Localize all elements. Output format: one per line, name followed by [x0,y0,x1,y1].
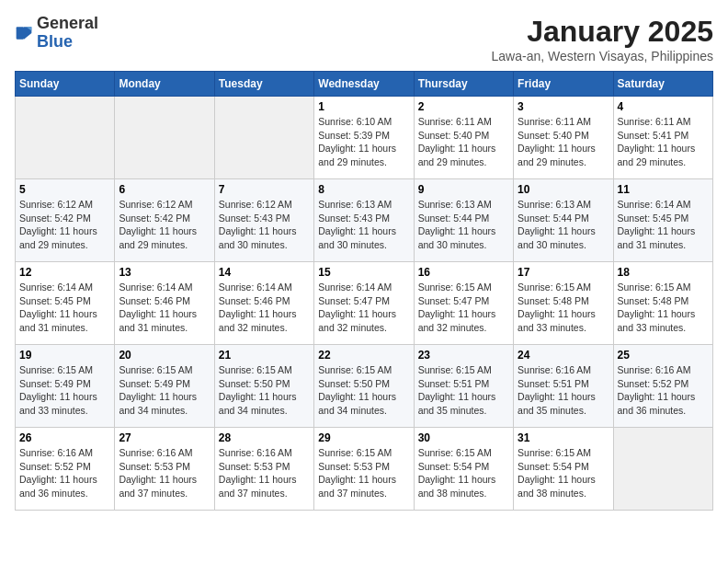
title-block: January 2025 Lawa-an, Western Visayas, P… [492,15,714,63]
calendar-day-cell: 31Sunrise: 6:15 AMSunset: 5:54 PMDayligh… [514,428,613,511]
day-info: Sunrise: 6:16 AMSunset: 5:52 PMDaylight:… [618,363,709,418]
day-number: 29 [318,431,409,444]
calendar-week-row: 1Sunrise: 6:10 AMSunset: 5:39 PMDaylight… [16,97,713,179]
day-info: Sunrise: 6:15 AMSunset: 5:50 PMDaylight:… [318,363,409,418]
weekday-header-thursday: Thursday [414,72,513,97]
calendar-day-cell: 13Sunrise: 6:14 AMSunset: 5:46 PMDayligh… [115,262,214,345]
calendar-subtitle: Lawa-an, Western Visayas, Philippines [492,49,714,63]
general-blue-icon [15,24,33,42]
calendar-day-cell: 7Sunrise: 6:12 AMSunset: 5:43 PMDaylight… [214,179,313,262]
day-number: 17 [518,266,609,279]
calendar-day-cell: 3Sunrise: 6:11 AMSunset: 5:40 PMDaylight… [514,97,613,179]
calendar-header: SundayMondayTuesdayWednesdayThursdayFrid… [16,72,713,97]
day-number: 27 [119,431,210,444]
day-info: Sunrise: 6:12 AMSunset: 5:43 PMDaylight:… [219,198,310,252]
day-info: Sunrise: 6:15 AMSunset: 5:53 PMDaylight:… [318,446,409,500]
day-info: Sunrise: 6:11 AMSunset: 5:41 PMDaylight:… [618,115,709,169]
day-info: Sunrise: 6:13 AMSunset: 5:44 PMDaylight:… [518,198,609,252]
calendar-week-row: 19Sunrise: 6:15 AMSunset: 5:49 PMDayligh… [16,345,713,428]
calendar-day-cell: 10Sunrise: 6:13 AMSunset: 5:44 PMDayligh… [514,179,613,262]
calendar-day-cell: 20Sunrise: 6:15 AMSunset: 5:49 PMDayligh… [115,345,214,428]
calendar-table: SundayMondayTuesdayWednesdayThursdayFrid… [15,71,713,511]
page-header: General Blue January 2025 Lawa-an, Weste… [15,15,713,63]
calendar-day-cell: 25Sunrise: 6:16 AMSunset: 5:52 PMDayligh… [613,345,712,428]
svg-rect-0 [17,27,24,39]
day-number: 4 [618,100,709,113]
day-number: 2 [418,100,509,113]
day-number: 23 [418,349,509,362]
day-info: Sunrise: 6:13 AMSunset: 5:43 PMDaylight:… [318,198,409,252]
day-info: Sunrise: 6:15 AMSunset: 5:50 PMDaylight:… [219,363,310,418]
calendar-day-cell: 15Sunrise: 6:14 AMSunset: 5:47 PMDayligh… [314,262,414,345]
calendar-day-cell: 5Sunrise: 6:12 AMSunset: 5:42 PMDaylight… [16,179,115,262]
calendar-day-cell: 21Sunrise: 6:15 AMSunset: 5:50 PMDayligh… [214,345,313,428]
calendar-day-cell: 23Sunrise: 6:15 AMSunset: 5:51 PMDayligh… [414,345,513,428]
day-info: Sunrise: 6:14 AMSunset: 5:46 PMDaylight:… [119,281,210,335]
calendar-day-cell: 24Sunrise: 6:16 AMSunset: 5:51 PMDayligh… [514,345,613,428]
day-number: 12 [19,266,110,279]
day-number: 10 [518,183,609,196]
day-number: 6 [119,183,210,196]
calendar-week-row: 12Sunrise: 6:14 AMSunset: 5:45 PMDayligh… [16,262,713,345]
calendar-day-cell: 14Sunrise: 6:14 AMSunset: 5:46 PMDayligh… [214,262,313,345]
calendar-week-row: 26Sunrise: 6:16 AMSunset: 5:52 PMDayligh… [16,428,713,511]
calendar-day-cell: 28Sunrise: 6:16 AMSunset: 5:53 PMDayligh… [214,428,313,511]
day-info: Sunrise: 6:15 AMSunset: 5:47 PMDaylight:… [418,281,509,335]
calendar-day-cell: 8Sunrise: 6:13 AMSunset: 5:43 PMDaylight… [314,179,414,262]
day-info: Sunrise: 6:12 AMSunset: 5:42 PMDaylight:… [19,198,110,252]
day-number: 31 [518,431,609,444]
day-info: Sunrise: 6:12 AMSunset: 5:42 PMDaylight:… [119,198,210,252]
calendar-week-row: 5Sunrise: 6:12 AMSunset: 5:42 PMDaylight… [16,179,713,262]
day-number: 3 [518,100,609,113]
day-number: 30 [418,431,509,444]
weekday-header-wednesday: Wednesday [314,72,414,97]
weekday-header-friday: Friday [514,72,613,97]
logo-text: General Blue [37,15,98,52]
weekday-header-monday: Monday [115,72,214,97]
day-number: 24 [518,349,609,362]
calendar-day-cell: 18Sunrise: 6:15 AMSunset: 5:48 PMDayligh… [613,262,712,345]
day-number: 15 [318,266,409,279]
day-info: Sunrise: 6:11 AMSunset: 5:40 PMDaylight:… [518,115,609,169]
calendar-day-cell [613,428,712,511]
day-number: 21 [219,349,310,362]
day-number: 9 [418,183,509,196]
day-number: 5 [19,183,110,196]
calendar-day-cell: 22Sunrise: 6:15 AMSunset: 5:50 PMDayligh… [314,345,414,428]
day-info: Sunrise: 6:15 AMSunset: 5:54 PMDaylight:… [518,446,609,500]
calendar-day-cell: 1Sunrise: 6:10 AMSunset: 5:39 PMDaylight… [314,97,414,179]
calendar-day-cell: 26Sunrise: 6:16 AMSunset: 5:52 PMDayligh… [16,428,115,511]
day-info: Sunrise: 6:13 AMSunset: 5:44 PMDaylight:… [418,198,509,252]
weekday-header-tuesday: Tuesday [214,72,313,97]
day-number: 16 [418,266,509,279]
calendar-day-cell: 6Sunrise: 6:12 AMSunset: 5:42 PMDaylight… [115,179,214,262]
day-number: 19 [19,349,110,362]
day-info: Sunrise: 6:14 AMSunset: 5:46 PMDaylight:… [219,281,310,335]
calendar-day-cell: 2Sunrise: 6:11 AMSunset: 5:40 PMDaylight… [414,97,513,179]
day-number: 13 [119,266,210,279]
day-number: 11 [618,183,709,196]
calendar-title: January 2025 [492,15,714,49]
logo-general: General [37,14,98,32]
day-info: Sunrise: 6:15 AMSunset: 5:49 PMDaylight:… [119,363,210,418]
day-info: Sunrise: 6:15 AMSunset: 5:49 PMDaylight:… [19,363,110,418]
calendar-day-cell: 9Sunrise: 6:13 AMSunset: 5:44 PMDaylight… [414,179,513,262]
calendar-body: 1Sunrise: 6:10 AMSunset: 5:39 PMDaylight… [16,97,713,511]
day-number: 20 [119,349,210,362]
day-info: Sunrise: 6:16 AMSunset: 5:53 PMDaylight:… [119,446,210,500]
calendar-day-cell [16,97,115,179]
day-info: Sunrise: 6:15 AMSunset: 5:51 PMDaylight:… [418,363,509,418]
day-info: Sunrise: 6:15 AMSunset: 5:48 PMDaylight:… [518,281,609,335]
logo: General Blue [15,15,98,52]
calendar-day-cell: 30Sunrise: 6:15 AMSunset: 5:54 PMDayligh… [414,428,513,511]
calendar-day-cell: 29Sunrise: 6:15 AMSunset: 5:53 PMDayligh… [314,428,414,511]
day-number: 14 [219,266,310,279]
day-info: Sunrise: 6:14 AMSunset: 5:47 PMDaylight:… [318,281,409,335]
calendar-day-cell: 19Sunrise: 6:15 AMSunset: 5:49 PMDayligh… [16,345,115,428]
logo-blue: Blue [37,32,73,51]
weekday-header-row: SundayMondayTuesdayWednesdayThursdayFrid… [16,72,713,97]
calendar-day-cell: 27Sunrise: 6:16 AMSunset: 5:53 PMDayligh… [115,428,214,511]
weekday-header-saturday: Saturday [613,72,712,97]
day-number: 7 [219,183,310,196]
day-info: Sunrise: 6:15 AMSunset: 5:54 PMDaylight:… [418,446,509,500]
